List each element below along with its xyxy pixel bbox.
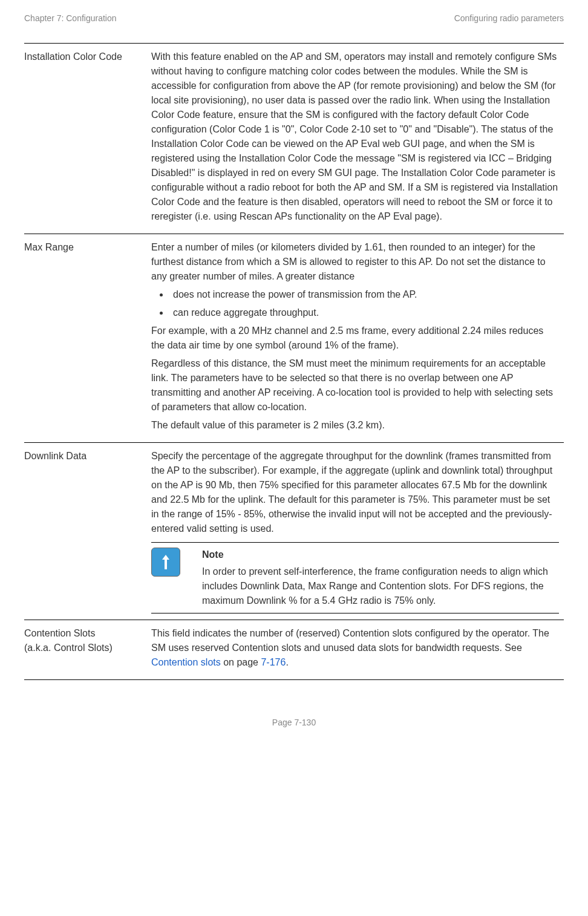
contention-slots-link[interactable]: Contention slots	[151, 657, 221, 667]
contention-page-link[interactable]: 7-176	[261, 657, 286, 667]
contention-slots-label-line2: (a.k.a. Control Slots)	[24, 641, 146, 655]
max-range-after-3: The default value of this parameter is 2…	[151, 418, 559, 433]
note-icon	[151, 548, 180, 577]
header-right: Configuring radio parameters	[454, 12, 564, 25]
row-desc-max-range: Enter a number of miles (or kilometers d…	[151, 234, 564, 443]
note-box: Note In order to prevent self-interferen…	[151, 542, 559, 613]
note-title: Note	[202, 548, 559, 562]
parameter-table: Installation Color Code With this featur…	[24, 43, 564, 680]
downlink-data-text: Specify the percentage of the aggregate …	[151, 449, 559, 536]
row-label-downlink-data: Downlink Data	[24, 443, 151, 620]
row-desc-installation-color-code: With this feature enabled on the AP and …	[151, 44, 564, 234]
note-body: In order to prevent self-interference, t…	[202, 564, 559, 608]
contention-slots-text: This field indicates the number of (rese…	[151, 626, 559, 670]
row-desc-contention-slots: This field indicates the number of (rese…	[151, 620, 564, 680]
max-range-after-1: For example, with a 20 MHz channel and 2…	[151, 324, 559, 353]
list-item: can reduce aggregate throughput.	[169, 306, 559, 320]
page-footer: Page 7-130	[24, 680, 564, 729]
contention-text-before: This field indicates the number of (rese…	[151, 628, 549, 653]
max-range-bullets: does not increase the power of transmiss…	[169, 287, 559, 320]
max-range-intro: Enter a number of miles (or kilometers d…	[151, 240, 559, 284]
contention-text-middle: on page	[221, 657, 261, 667]
max-range-after-2: Regardless of this distance, the SM must…	[151, 356, 559, 414]
header-left: Chapter 7: Configuration	[24, 12, 117, 25]
row-label-installation-color-code: Installation Color Code	[24, 44, 151, 234]
contention-slots-label-line1: Contention Slots	[24, 626, 146, 641]
row-desc-downlink-data: Specify the percentage of the aggregate …	[151, 443, 564, 620]
contention-text-after: .	[286, 657, 288, 667]
page-header: Chapter 7: Configuration Configuring rad…	[24, 12, 564, 43]
row-label-max-range: Max Range	[24, 234, 151, 443]
list-item: does not increase the power of transmiss…	[169, 287, 559, 302]
note-content: Note In order to prevent self-interferen…	[190, 548, 559, 608]
row-label-contention-slots: Contention Slots (a.k.a. Control Slots)	[24, 620, 151, 680]
installation-color-code-text: With this feature enabled on the AP and …	[151, 50, 559, 224]
